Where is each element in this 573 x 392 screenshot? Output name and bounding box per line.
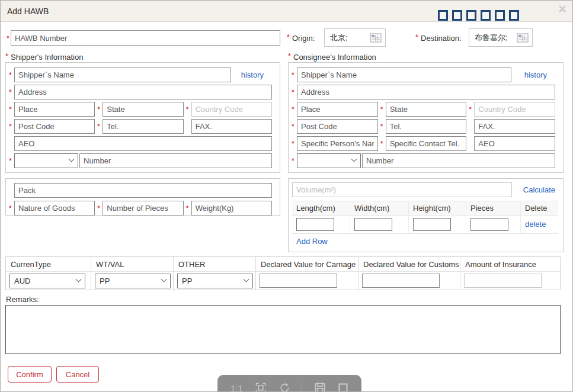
required-mark: * (9, 106, 14, 113)
shipper-country-code-input[interactable] (191, 102, 272, 117)
dim-height-input[interactable] (413, 218, 451, 231)
required-mark: * (380, 140, 386, 147)
required-mark: * (292, 72, 297, 79)
required-mark: * (5, 53, 11, 62)
other-select[interactable]: PP (177, 274, 253, 288)
nav-square[interactable] (509, 10, 519, 21)
dim-pieces-input[interactable] (470, 218, 508, 231)
nav-square[interactable] (495, 10, 505, 21)
shipper-section-label: * Shipper's Information (5, 53, 83, 62)
consignee-name-input[interactable] (297, 68, 511, 82)
toolbar-divider (302, 383, 302, 392)
volume-table-row: delete (292, 216, 558, 234)
nav-square[interactable] (452, 10, 462, 21)
consignee-number-input[interactable] (362, 153, 555, 168)
remarks-label: Remarks: (6, 295, 39, 304)
currency-select[interactable]: AUD (9, 274, 85, 288)
dialog-title: Add HAWB (7, 1, 49, 22)
declared-customs-input[interactable] (362, 274, 440, 288)
required-mark: * (97, 123, 103, 130)
required-mark: * (7, 34, 9, 43)
nav-squares (438, 10, 519, 21)
destination-picker-icon[interactable] (517, 33, 529, 43)
nav-square[interactable] (481, 10, 491, 21)
destination-field[interactable]: 布鲁塞尔; (469, 28, 533, 47)
required-mark: * (380, 123, 386, 130)
shipper-post-code-input[interactable] (14, 119, 95, 134)
confirm-button[interactable]: Confirm (8, 366, 52, 383)
consignee-aeo-input[interactable] (474, 136, 555, 151)
consignee-section-label: * Consignee's Information (288, 53, 376, 62)
shipper-number-input[interactable] (79, 153, 272, 168)
consignee-country-code-input[interactable] (474, 102, 555, 117)
rotate-icon[interactable] (279, 383, 289, 392)
shipper-fax-input[interactable] (191, 119, 272, 134)
nature-of-goods-input[interactable] (14, 201, 95, 216)
origin-picker-icon[interactable] (370, 33, 382, 43)
required-mark: * (292, 123, 297, 130)
destination-value: 布鲁塞尔; (475, 33, 508, 43)
charges-col-header: CurrenType (6, 257, 91, 272)
shipper-id-type-select[interactable] (14, 153, 78, 168)
required-mark: * (9, 72, 14, 79)
consignee-tel-input[interactable] (386, 119, 467, 134)
required-mark: * (186, 106, 191, 113)
calculate-link[interactable]: Calculate (523, 185, 555, 194)
consignee-fax-input[interactable] (474, 119, 555, 134)
required-mark: * (292, 106, 297, 113)
delete-row-link[interactable]: delete (525, 220, 546, 229)
origin-field[interactable]: 北京; (324, 28, 386, 47)
consignee-place-input[interactable] (297, 102, 378, 117)
remarks-textarea[interactable] (5, 305, 561, 354)
shipper-tel-input[interactable] (103, 119, 183, 134)
consignee-specific-tel-input[interactable] (386, 136, 467, 151)
pack-input[interactable] (14, 183, 272, 198)
required-mark: * (415, 34, 421, 41)
consignee-specific-person-input[interactable] (297, 136, 378, 151)
shipper-history-link[interactable]: history (241, 70, 264, 79)
volume-col-header: Length(cm) (292, 201, 350, 215)
shipper-state-input[interactable] (103, 102, 183, 117)
consignee-state-input[interactable] (386, 102, 467, 117)
charges-col-header: Declared Value for Carriage (256, 257, 358, 272)
consignee-history-link[interactable]: history (524, 70, 547, 79)
required-mark: * (9, 158, 14, 165)
consignee-id-type-select[interactable] (297, 153, 361, 168)
number-of-pieces-input[interactable] (103, 201, 183, 216)
volume-col-header: Width(cm) (350, 201, 409, 215)
weight-input[interactable] (191, 201, 272, 216)
required-mark: * (97, 205, 103, 212)
actual-size-label[interactable]: 1:1 (231, 383, 243, 392)
nav-square[interactable] (438, 10, 448, 21)
volume-input[interactable] (292, 182, 512, 197)
pack-panel: * * * * (5, 178, 280, 216)
consignee-post-code-input[interactable] (297, 119, 378, 134)
required-mark: * (469, 106, 474, 113)
dim-width-input[interactable] (354, 218, 392, 231)
shipper-address-input[interactable] (14, 85, 272, 99)
charges-col-header: WT/VAL (91, 257, 174, 272)
fit-to-screen-icon[interactable] (255, 382, 267, 392)
wtval-select[interactable]: PP (95, 274, 171, 288)
consignee-panel: * history * * * * * * * * (288, 62, 564, 173)
hawb-number-input[interactable] (11, 30, 280, 46)
charges-table: CurrenType WT/VAL OTHER Declared Value f… (5, 256, 561, 290)
consignee-address-input[interactable] (297, 85, 555, 99)
required-mark: * (292, 89, 297, 96)
dim-length-input[interactable] (296, 218, 334, 231)
save-icon[interactable] (314, 382, 326, 392)
close-icon[interactable]: ✕ (558, 4, 567, 15)
shipper-name-input[interactable] (14, 68, 231, 82)
insurance-input[interactable] (464, 274, 542, 288)
cancel-button[interactable]: Cancel (56, 366, 99, 383)
required-mark: * (9, 123, 14, 130)
shipper-panel: * history * * * * * * * * (5, 62, 280, 173)
nav-square[interactable] (466, 10, 476, 21)
square-icon[interactable] (338, 383, 348, 392)
shipper-aeo-input[interactable] (14, 136, 272, 151)
shipper-place-input[interactable] (14, 102, 95, 117)
chevron-down-icon (76, 276, 82, 282)
declared-carriage-input[interactable] (260, 274, 337, 288)
chevron-down-icon (161, 276, 167, 282)
add-row-link[interactable]: Add Row (296, 237, 328, 246)
